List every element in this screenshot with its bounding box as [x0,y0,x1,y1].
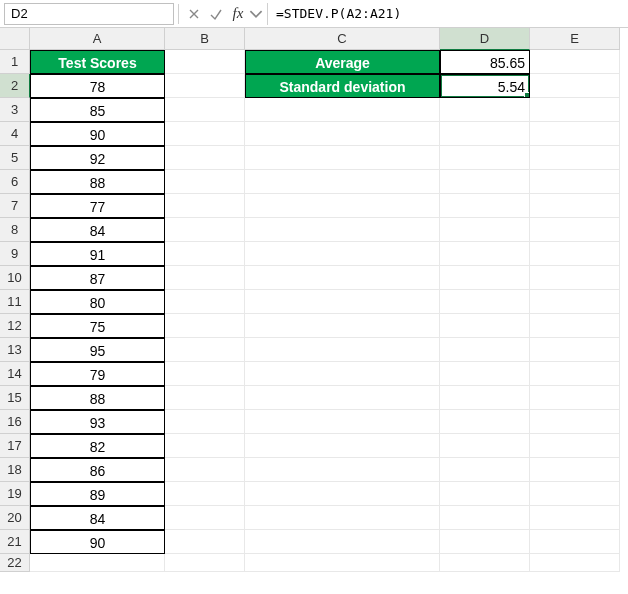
cell-d21[interactable] [440,530,530,554]
cell-a4[interactable]: 90 [30,122,165,146]
row-header-1[interactable]: 1 [0,50,30,74]
cell-e20[interactable] [530,506,620,530]
cell-c18[interactable] [245,458,440,482]
row-header-7[interactable]: 7 [0,194,30,218]
cell-b1[interactable] [165,50,245,74]
cell-d4[interactable] [440,122,530,146]
cell-d20[interactable] [440,506,530,530]
cell-d6[interactable] [440,170,530,194]
cell-e1[interactable] [530,50,620,74]
cell-b16[interactable] [165,410,245,434]
cell-e5[interactable] [530,146,620,170]
cell-e18[interactable] [530,458,620,482]
fx-icon[interactable]: fx [227,3,249,25]
row-header-17[interactable]: 17 [0,434,30,458]
cell-a13[interactable]: 95 [30,338,165,362]
cell-a7[interactable]: 77 [30,194,165,218]
cell-c9[interactable] [245,242,440,266]
cell-e16[interactable] [530,410,620,434]
row-header-8[interactable]: 8 [0,218,30,242]
select-all-corner[interactable] [0,28,30,50]
col-header-e[interactable]: E [530,28,620,50]
cell-b10[interactable] [165,266,245,290]
cell-c6[interactable] [245,170,440,194]
cell-d1[interactable]: 85.65 [440,50,530,74]
cell-d18[interactable] [440,458,530,482]
cell-b22[interactable] [165,554,245,572]
cell-e14[interactable] [530,362,620,386]
row-header-9[interactable]: 9 [0,242,30,266]
cell-c7[interactable] [245,194,440,218]
cell-a18[interactable]: 86 [30,458,165,482]
cell-c4[interactable] [245,122,440,146]
row-header-21[interactable]: 21 [0,530,30,554]
cell-a21[interactable]: 90 [30,530,165,554]
cell-a16[interactable]: 93 [30,410,165,434]
cell-b4[interactable] [165,122,245,146]
cell-a14[interactable]: 79 [30,362,165,386]
cell-e8[interactable] [530,218,620,242]
cell-b19[interactable] [165,482,245,506]
cell-b12[interactable] [165,314,245,338]
cell-e2[interactable] [530,74,620,98]
row-header-20[interactable]: 20 [0,506,30,530]
row-header-16[interactable]: 16 [0,410,30,434]
cell-c19[interactable] [245,482,440,506]
col-header-a[interactable]: A [30,28,165,50]
cell-b3[interactable] [165,98,245,122]
row-header-11[interactable]: 11 [0,290,30,314]
cell-c2[interactable]: Standard deviation [245,74,440,98]
cell-a5[interactable]: 92 [30,146,165,170]
cell-e19[interactable] [530,482,620,506]
cell-b9[interactable] [165,242,245,266]
spreadsheet-grid[interactable]: A B C D E 1 Test Scores Average 85.65 2 … [0,28,628,572]
cell-a11[interactable]: 80 [30,290,165,314]
cell-b6[interactable] [165,170,245,194]
cell-a17[interactable]: 82 [30,434,165,458]
row-header-4[interactable]: 4 [0,122,30,146]
cell-d17[interactable] [440,434,530,458]
cell-c12[interactable] [245,314,440,338]
cell-a3[interactable]: 85 [30,98,165,122]
cell-b18[interactable] [165,458,245,482]
cell-d5[interactable] [440,146,530,170]
cell-e12[interactable] [530,314,620,338]
cell-a19[interactable]: 89 [30,482,165,506]
cell-e4[interactable] [530,122,620,146]
cell-e9[interactable] [530,242,620,266]
cell-a12[interactable]: 75 [30,314,165,338]
cell-d10[interactable] [440,266,530,290]
row-header-3[interactable]: 3 [0,98,30,122]
row-header-14[interactable]: 14 [0,362,30,386]
cell-b2[interactable] [165,74,245,98]
cell-b14[interactable] [165,362,245,386]
cell-d8[interactable] [440,218,530,242]
cell-e7[interactable] [530,194,620,218]
cell-a22[interactable] [30,554,165,572]
cell-c15[interactable] [245,386,440,410]
cell-d16[interactable] [440,410,530,434]
cell-c21[interactable] [245,530,440,554]
cell-a8[interactable]: 84 [30,218,165,242]
cell-b13[interactable] [165,338,245,362]
cell-d13[interactable] [440,338,530,362]
cell-c10[interactable] [245,266,440,290]
cell-d12[interactable] [440,314,530,338]
name-box[interactable]: D2 [4,3,174,25]
cell-d22[interactable] [440,554,530,572]
cell-a20[interactable]: 84 [30,506,165,530]
row-header-19[interactable]: 19 [0,482,30,506]
cell-d11[interactable] [440,290,530,314]
chevron-down-icon[interactable] [249,3,263,25]
row-header-6[interactable]: 6 [0,170,30,194]
row-header-2[interactable]: 2 [0,74,30,98]
cell-c20[interactable] [245,506,440,530]
cell-e6[interactable] [530,170,620,194]
cell-a2[interactable]: 78 [30,74,165,98]
col-header-d[interactable]: D [440,28,530,50]
cell-d15[interactable] [440,386,530,410]
col-header-c[interactable]: C [245,28,440,50]
row-header-5[interactable]: 5 [0,146,30,170]
cell-d3[interactable] [440,98,530,122]
cell-c3[interactable] [245,98,440,122]
